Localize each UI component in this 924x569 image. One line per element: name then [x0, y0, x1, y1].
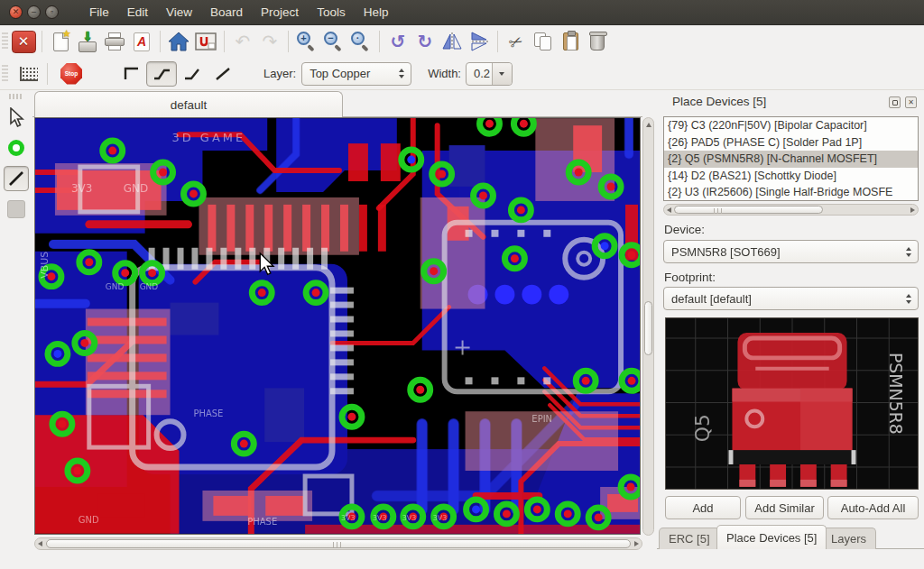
menu-file[interactable]: File [82, 2, 116, 23]
cut-button[interactable]: ✂ [503, 28, 530, 55]
tab-layers[interactable]: Layers [821, 528, 876, 549]
tab-default[interactable]: default [34, 91, 343, 117]
dock-close-icon[interactable]: ✕ [905, 96, 917, 108]
rotate-ccw-button[interactable]: ↺ [384, 28, 411, 55]
grid-icon [20, 67, 38, 81]
menu-help[interactable]: Help [356, 2, 396, 23]
scrollbar-thumb[interactable] [46, 539, 631, 548]
flip-horizontal-button[interactable] [439, 28, 466, 55]
list-item[interactable]: {2} U3 (IR25606) [Single Half-Bridge MOS… [664, 184, 918, 201]
wire-mode-straight-button[interactable] [208, 61, 238, 87]
pcb-graphics: 3D GAME 3V3 GND VBUS GND GND PHASE EPIN … [35, 118, 640, 534]
svg-text:3V3: 3V3 [402, 514, 417, 522]
stop-button[interactable]: Stop [58, 60, 85, 87]
rotate-cw-button[interactable]: ↻ [411, 28, 439, 55]
scroll-right-icon[interactable] [910, 207, 915, 213]
canvas-horizontal-scrollbar[interactable] [34, 537, 642, 550]
toolbar-handle[interactable] [2, 32, 8, 50]
paste-button[interactable] [557, 28, 584, 55]
grid-button[interactable] [15, 60, 42, 87]
svg-text:GND: GND [106, 282, 125, 291]
scrollbar-thumb[interactable] [644, 301, 652, 355]
wire-mode-45-90-button[interactable] [146, 61, 177, 87]
menu-tools[interactable]: Tools [310, 2, 353, 23]
draw-wire-tool-button[interactable] [4, 166, 29, 191]
scrollbar-thumb[interactable] [674, 206, 823, 214]
save-button[interactable]: ⬇ [74, 28, 101, 55]
layer-combobox[interactable]: Top Copper [301, 62, 411, 86]
combo-spinner-icon [906, 241, 911, 262]
home-button[interactable] [165, 28, 192, 55]
list-horizontal-scrollbar[interactable] [663, 204, 919, 216]
menu-view[interactable]: View [159, 2, 199, 23]
svg-text:EPIN: EPIN [531, 414, 552, 424]
tab-place-devices[interactable]: Place Devices [5] [716, 525, 827, 549]
cut-icon: ✂ [506, 30, 527, 52]
wire-mode-90-button[interactable] [116, 61, 146, 87]
scroll-left-icon[interactable] [38, 541, 42, 546]
delete-icon [590, 33, 605, 50]
wire-mode-90-icon [121, 64, 141, 84]
svg-text:VBUS: VBUS [39, 252, 51, 279]
quit-button[interactable]: ✕ [10, 28, 37, 55]
toolbar-separator [160, 31, 161, 52]
copy-button[interactable] [530, 28, 557, 55]
window-close-button[interactable]: ✕ [9, 5, 23, 19]
tab-erc[interactable]: ERC [5] [659, 528, 720, 549]
dropdown-arrow-icon [492, 63, 512, 85]
zoom-out-button[interactable]: − [320, 28, 347, 55]
svg-text:3V3: 3V3 [373, 514, 387, 522]
list-item[interactable]: {79} C3 (220nF|50V) [Bipolar Capacitor] [664, 117, 918, 134]
add-via-tool-button[interactable] [4, 135, 29, 161]
place-devices-dock: Place Devices [5] ✕ {79} C3 (220nF|50V) … [657, 90, 924, 569]
window-minimize-button[interactable]: – [27, 5, 41, 19]
svg-text:GND: GND [124, 182, 148, 195]
list-item[interactable]: {14} D2 (BAS21) [Schottky Diode] [664, 168, 918, 185]
footprint-combobox[interactable]: default [default] [663, 287, 919, 310]
footprint-label: Footprint: [664, 271, 716, 284]
export-pdf-button[interactable]: A [128, 28, 155, 55]
redo-icon: ↷ [263, 31, 278, 52]
board-editor-button[interactable] [192, 28, 219, 55]
zoom-fit-icon: · [350, 31, 372, 52]
print-button[interactable] [101, 28, 128, 55]
wire-mode-45-90-icon [152, 64, 171, 84]
zoom-fit-button[interactable]: · [347, 28, 374, 55]
width-value: 0.2 [474, 67, 490, 80]
scroll-left-icon[interactable] [667, 207, 671, 213]
menu-edit[interactable]: Edit [120, 2, 155, 23]
pcb-canvas[interactable]: 3D GAME 3V3 GND VBUS GND GND PHASE EPIN … [34, 117, 641, 535]
wire-mode-90-45-button[interactable] [177, 61, 208, 87]
home-icon [168, 32, 189, 51]
footprint-preview[interactable]: Q5 PSMN5R8 [665, 317, 919, 490]
menu-board[interactable]: Board [203, 2, 250, 23]
list-item[interactable]: {26} PAD5 (PHASE C) [Solder Pad 1P] [664, 134, 918, 151]
canvas-vertical-scrollbar[interactable] [642, 117, 654, 536]
zoom-in-button[interactable]: + [293, 28, 320, 55]
menu-project[interactable]: Project [254, 2, 306, 23]
width-combobox[interactable]: 0.2 [466, 62, 513, 86]
auto-add-all-button[interactable]: Auto-Add All [827, 496, 919, 519]
flip-vertical-icon [469, 31, 489, 52]
redo-button[interactable]: ↷ [256, 28, 283, 55]
flip-vertical-button[interactable] [466, 28, 493, 55]
window-maximize-button[interactable]: ▫ [45, 5, 59, 19]
device-combobox[interactable]: PSMN5R8 [SOT669] [663, 240, 919, 263]
toolbar-handle[interactable] [2, 65, 8, 83]
dock-float-icon[interactable] [889, 96, 901, 108]
scroll-up-icon[interactable] [646, 123, 651, 127]
select-tool-button[interactable] [4, 105, 29, 130]
svg-text:3V3: 3V3 [71, 182, 92, 195]
add-button[interactable]: Add [665, 496, 741, 519]
list-item-selected[interactable]: {2} Q5 (PSMN5R8) [N-Channel MOSFET] [664, 151, 918, 168]
add-similar-button[interactable]: Add Similar [745, 496, 824, 519]
undo-button[interactable]: ↶ [229, 28, 256, 55]
new-file-button[interactable]: ★ [47, 28, 74, 55]
quit-icon: ✕ [12, 31, 36, 53]
scroll-right-icon[interactable] [634, 541, 639, 546]
width-label: Width: [428, 67, 461, 80]
delete-button[interactable] [584, 28, 611, 55]
toolbar-handle[interactable] [9, 94, 23, 99]
svg-text:GND: GND [140, 282, 159, 291]
polygon-tool-button[interactable] [4, 197, 29, 222]
